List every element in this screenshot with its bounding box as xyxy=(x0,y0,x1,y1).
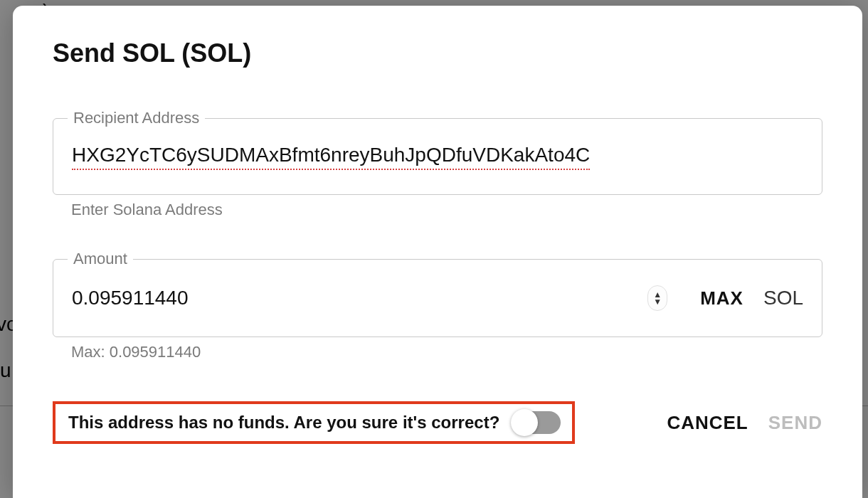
amount-stepper[interactable]: ▲ ▼ xyxy=(647,285,667,311)
modal-footer: This address has no funds. Are you sure … xyxy=(53,401,822,458)
cancel-button[interactable]: CANCEL xyxy=(667,412,748,434)
recipient-address-value[interactable]: HXG2YcTC6ySUDMAxBfmt6nreyBuhJpQDfuVDKakA… xyxy=(72,143,590,170)
recipient-address-field[interactable]: Recipient Address HXG2YcTC6ySUDMAxBfmt6n… xyxy=(53,118,822,195)
amount-help: Max: 0.095911440 xyxy=(71,343,822,361)
warning-text: This address has no funds. Are you sure … xyxy=(68,413,499,433)
amount-field[interactable]: Amount 0.095911440 ▲ ▼ MAX SOL xyxy=(53,259,822,337)
recipient-address-legend: Recipient Address xyxy=(68,109,205,127)
chevron-down-icon[interactable]: ▼ xyxy=(653,298,662,305)
send-modal: Send SOL (SOL) Recipient Address HXG2YcT… xyxy=(13,6,862,498)
warning-box: This address has no funds. Are you sure … xyxy=(53,401,575,444)
max-button[interactable]: MAX xyxy=(700,287,743,309)
confirm-toggle[interactable] xyxy=(512,411,561,434)
amount-value[interactable]: 0.095911440 xyxy=(72,287,647,309)
amount-legend: Amount xyxy=(68,250,133,268)
toggle-knob[interactable] xyxy=(511,409,538,436)
amount-unit: SOL xyxy=(763,287,803,309)
recipient-address-help: Enter Solana Address xyxy=(71,201,822,219)
send-button[interactable]: SEND xyxy=(768,412,822,434)
modal-title: Send SOL (SOL) xyxy=(53,38,822,68)
backdrop-text: u xyxy=(0,359,11,382)
